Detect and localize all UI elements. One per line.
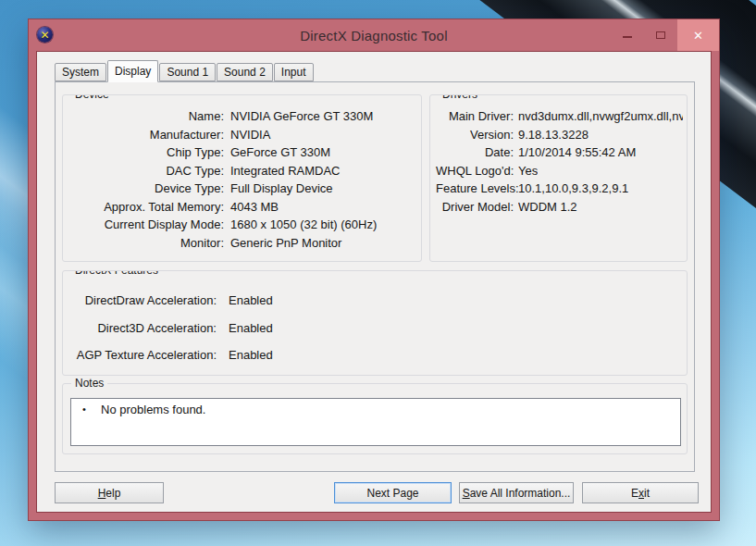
driver-row: Main Driver:nvd3dumx.dll,nvwgf2umx.dll,n… xyxy=(436,107,683,126)
field-label: WHQL Logo'd: xyxy=(436,162,514,180)
device-row: Approx. Total Memory:4043 MB xyxy=(72,198,415,217)
tab-sound-2[interactable]: Sound 2 xyxy=(217,63,273,81)
field-value: NVIDIA GeForce GT 330M xyxy=(230,107,373,126)
feature-row: DirectDraw Acceleration:Enabled xyxy=(72,287,681,315)
window-controls: ✕ xyxy=(611,19,719,51)
driver-row: Feature Levels:10.1,10.0,9.3,9.2,9.1 xyxy=(436,180,683,198)
directx-features-groupbox: DirectX Features DirectDraw Acceleration… xyxy=(62,270,688,376)
field-value: Full Display Device xyxy=(230,180,333,198)
drivers-group-title: Drivers xyxy=(439,94,481,101)
device-row: Manufacturer:NVIDIA xyxy=(72,126,415,144)
help-button[interactable]: Help xyxy=(55,482,164,503)
notes-text: No problems found. xyxy=(101,402,205,417)
driver-row: WHQL Logo'd:Yes xyxy=(436,162,683,180)
field-value: 9.18.13.3228 xyxy=(518,126,589,144)
field-label: Manufacturer: xyxy=(72,126,224,144)
field-label: AGP Texture Acceleration: xyxy=(72,341,217,369)
dxdiag-app-icon[interactable]: ✕ xyxy=(37,27,53,43)
notes-group-title: Notes xyxy=(71,377,107,390)
field-value: GeForce GT 330M xyxy=(230,143,330,162)
notes-bullet: • xyxy=(82,402,101,417)
field-value: Enabled xyxy=(229,287,273,315)
device-row: Chip Type:GeForce GT 330M xyxy=(72,143,415,162)
client-area: System Display Sound 1 Sound 2 Input Dev… xyxy=(36,51,712,513)
driver-row: Date:1/10/2014 9:55:42 AM xyxy=(436,143,683,162)
device-groupbox: Device Name:NVIDIA GeForce GT 330M Manuf… xyxy=(62,94,422,262)
tab-system[interactable]: System xyxy=(55,63,106,81)
field-value: 1680 x 1050 (32 bit) (60Hz) xyxy=(230,216,377,234)
tab-strip: System Display Sound 1 Sound 2 Input xyxy=(55,60,315,81)
field-value: Enabled xyxy=(229,315,273,342)
tab-sound-1[interactable]: Sound 1 xyxy=(159,63,216,81)
device-row: Monitor:Generic PnP Monitor xyxy=(72,234,415,253)
close-button[interactable]: ✕ xyxy=(677,19,719,51)
minimize-button[interactable] xyxy=(611,19,644,51)
field-label: Direct3D Acceleration: xyxy=(72,315,217,342)
field-value: nvd3dumx.dll,nvwgf2umx.dll,nvwgf2 xyxy=(518,107,683,126)
maximize-button[interactable] xyxy=(644,19,677,51)
notes-groupbox: Notes • No problems found. xyxy=(62,383,688,454)
device-row: DAC Type:Integrated RAMDAC xyxy=(72,162,415,180)
button-bar: Help Next Page Save All Information... E… xyxy=(55,482,699,503)
field-value: Generic PnP Monitor xyxy=(230,234,341,253)
directx-features-group-title: DirectX Features xyxy=(71,270,162,277)
display-tab-page: Device Name:NVIDIA GeForce GT 330M Manuf… xyxy=(55,81,695,472)
dxdiag-window: ✕ DirectX Diagnostic Tool ✕ System Displ… xyxy=(29,19,719,520)
help-button-label: Help xyxy=(98,487,121,500)
field-value: Yes xyxy=(518,162,538,180)
notes-line: • No problems found. xyxy=(82,402,675,417)
field-label: Current Display Mode: xyxy=(72,216,224,234)
next-page-button-label: Next Page xyxy=(366,487,418,500)
device-group-title: Device xyxy=(71,94,113,101)
field-label: Main Driver: xyxy=(436,107,514,126)
notes-textbox[interactable]: • No problems found. xyxy=(70,398,681,446)
dxdiag-icon-x-glyph: ✕ xyxy=(40,30,49,41)
driver-row: Version:9.18.13.3228 xyxy=(436,126,683,144)
feature-row: Direct3D Acceleration:Enabled xyxy=(72,315,681,342)
device-row: Name:NVIDIA GeForce GT 330M xyxy=(72,107,415,126)
field-value: Enabled xyxy=(229,341,273,369)
minimize-icon xyxy=(623,36,632,38)
tab-display[interactable]: Display xyxy=(107,60,158,82)
driver-row: Driver Model:WDDM 1.2 xyxy=(436,198,683,217)
feature-row: AGP Texture Acceleration:Enabled xyxy=(72,341,681,369)
field-label: Version: xyxy=(436,126,514,144)
device-row: Device Type:Full Display Device xyxy=(72,180,415,198)
field-label: DAC Type: xyxy=(72,162,224,180)
field-value: 1/10/2014 9:55:42 AM xyxy=(518,143,636,162)
field-value: NVIDIA xyxy=(230,126,270,144)
maximize-icon xyxy=(656,31,665,39)
drivers-groupbox: Drivers Main Driver:nvd3dumx.dll,nvwgf2u… xyxy=(429,94,688,262)
titlebar: ✕ DirectX Diagnostic Tool ✕ xyxy=(29,19,719,51)
exit-button[interactable]: Exit xyxy=(582,482,699,503)
field-value: 10.1,10.0,9.3,9.2,9.1 xyxy=(518,180,628,198)
field-value: 4043 MB xyxy=(230,198,279,217)
field-label: Name: xyxy=(72,107,224,126)
field-label: Date: xyxy=(436,143,514,162)
field-label: Device Type: xyxy=(72,180,224,198)
exit-button-label: Exit xyxy=(631,487,650,500)
next-page-button[interactable]: Next Page xyxy=(334,482,452,503)
save-all-button-label: Save All Information... xyxy=(463,487,571,500)
field-label: Approx. Total Memory: xyxy=(72,198,224,217)
field-value: WDDM 1.2 xyxy=(518,198,577,217)
field-label: Feature Levels: xyxy=(436,180,514,198)
field-label: Chip Type: xyxy=(72,143,224,162)
field-value: Integrated RAMDAC xyxy=(230,162,341,180)
tab-input[interactable]: Input xyxy=(274,63,314,81)
save-all-information-button[interactable]: Save All Information... xyxy=(459,482,574,503)
field-label: Monitor: xyxy=(72,234,224,253)
field-label: Driver Model: xyxy=(436,198,514,217)
field-label: DirectDraw Acceleration: xyxy=(72,287,217,315)
close-icon: ✕ xyxy=(693,30,703,42)
device-row: Current Display Mode:1680 x 1050 (32 bit… xyxy=(72,216,415,234)
